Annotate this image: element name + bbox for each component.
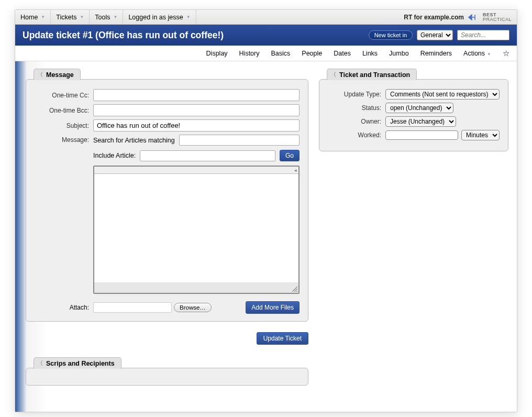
nav-actions[interactable]: Actions▼ xyxy=(463,50,491,57)
search-input[interactable] xyxy=(457,30,509,40)
owner-label: Owner: xyxy=(328,118,385,125)
nav-dates[interactable]: Dates xyxy=(334,50,351,57)
message-panel-tab[interactable]: 〈Message xyxy=(34,69,81,80)
nav-history[interactable]: History xyxy=(239,50,260,57)
go-button[interactable]: Go xyxy=(280,150,300,161)
menu-user[interactable]: Logged in as jesse▼ xyxy=(123,10,196,24)
resize-handle-icon[interactable] xyxy=(291,286,297,292)
new-ticket-button[interactable]: New ticket in xyxy=(369,30,413,40)
status-select[interactable]: open (Unchanged) xyxy=(385,103,453,113)
subject-label: Subject: xyxy=(35,122,93,129)
update-type-label: Update Type: xyxy=(328,91,385,98)
include-article-input[interactable] xyxy=(140,150,275,161)
worked-input[interactable] xyxy=(385,130,458,140)
message-panel: 〈Message One-time Cc: One-time Bcc: Subj… xyxy=(26,79,308,322)
nav-display[interactable]: Display xyxy=(206,50,228,57)
browse-button[interactable]: Browse… xyxy=(174,303,212,312)
dropdown-icon: ▼ xyxy=(487,52,491,57)
cc-label: One-time Cc: xyxy=(35,92,93,99)
panel-title: Scrips and Recipients xyxy=(46,360,115,367)
menu-home[interactable]: Home▼ xyxy=(15,10,51,24)
status-label: Status: xyxy=(328,104,385,112)
menu-label: Tickets xyxy=(56,14,76,21)
scrips-panel-tab[interactable]: 〈Scrips and Recipients xyxy=(34,357,121,369)
cc-input[interactable] xyxy=(93,89,300,101)
dropdown-icon: ▼ xyxy=(80,15,84,19)
worked-label: Worked: xyxy=(328,131,385,139)
logo: BEST PRACTICAL xyxy=(468,13,512,22)
menu-tools[interactable]: Tools▼ xyxy=(90,10,123,24)
nav-basics[interactable]: Basics xyxy=(271,50,291,57)
owner-select[interactable]: Jesse (Unchanged) xyxy=(385,116,456,127)
nav-people[interactable]: People xyxy=(302,50,322,57)
subject-input[interactable] xyxy=(93,119,300,131)
worked-unit-select[interactable]: Minutes xyxy=(461,130,500,140)
svg-line-2 xyxy=(296,291,297,292)
nav-reminders[interactable]: Reminders xyxy=(420,50,452,57)
bcc-label: One-time Bcc: xyxy=(35,107,93,114)
update-ticket-button[interactable]: Update Ticket xyxy=(257,332,308,345)
add-more-files-button[interactable]: Add More Files xyxy=(246,301,300,314)
message-editor[interactable]: ◂ xyxy=(93,166,300,294)
ticket-panel: 〈Ticket and Transaction Update Type: Com… xyxy=(319,79,508,151)
panel-title: Message xyxy=(46,71,74,79)
search-articles-input[interactable] xyxy=(179,135,300,146)
dropdown-icon: ▼ xyxy=(114,15,118,19)
page-title: Update ticket #1 (Office has run out of … xyxy=(23,30,369,41)
header-bar: Update ticket #1 (Office has run out of … xyxy=(15,25,517,46)
queue-select[interactable]: General xyxy=(417,30,453,40)
update-type-select[interactable]: Comments (Not sent to requestors) xyxy=(385,89,500,100)
attach-label: Attach: xyxy=(35,304,93,311)
message-label: Message: xyxy=(35,135,93,144)
dropdown-icon: ▼ xyxy=(186,15,191,19)
nav-links[interactable]: Links xyxy=(362,50,378,57)
scrips-panel: 〈Scrips and Recipients xyxy=(26,368,308,386)
collapse-icon: 〈 xyxy=(37,71,43,79)
logo-text2: PRACTICAL xyxy=(483,17,512,22)
menu-tickets[interactable]: Tickets▼ xyxy=(51,10,90,24)
search-articles-label: Search for Articles matching xyxy=(93,137,175,144)
attach-input[interactable] xyxy=(93,302,172,313)
star-icon[interactable]: ☆ xyxy=(503,49,509,58)
top-nav: Home▼ Tickets▼ Tools▼ Logged in as jesse… xyxy=(15,10,517,25)
menu-label: Tools xyxy=(95,14,110,21)
nav-jumbo[interactable]: Jumbo xyxy=(389,50,409,57)
dropdown-icon: ▼ xyxy=(41,15,45,19)
site-label: RT for example.com xyxy=(404,14,464,21)
menu-label: Home xyxy=(20,14,38,21)
include-article-label: Include Article: xyxy=(93,152,136,159)
bcc-input[interactable] xyxy=(93,104,300,116)
sub-nav: Display History Basics People Dates Link… xyxy=(15,46,517,61)
editor-handle-icon: ◂ xyxy=(294,168,297,173)
panel-title: Ticket and Transaction xyxy=(339,71,410,79)
collapse-icon: 〈 xyxy=(330,71,336,79)
ticket-panel-tab[interactable]: 〈Ticket and Transaction xyxy=(327,69,417,80)
menu-label: Logged in as jesse xyxy=(128,14,183,21)
collapse-icon: 〈 xyxy=(37,359,43,367)
nav-actions-label: Actions xyxy=(463,50,485,57)
